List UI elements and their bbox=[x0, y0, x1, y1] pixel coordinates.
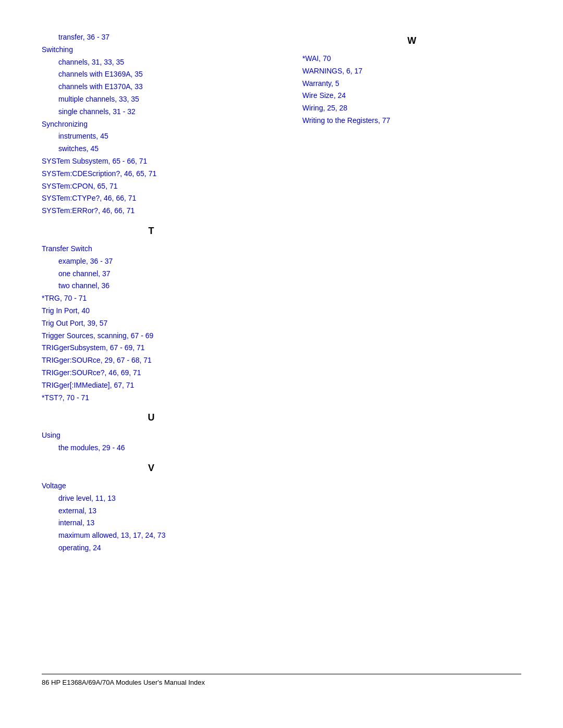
list-item: Voltage bbox=[42, 480, 261, 492]
list-item: Wiring, 25, 28 bbox=[302, 102, 521, 115]
list-item: SYSTem:CTYPe?, 46, 66, 71 bbox=[42, 192, 261, 205]
left-column: transfer, 36 - 37 Switching channels, 31… bbox=[42, 31, 282, 674]
u-heading: U bbox=[42, 412, 261, 423]
w-heading: W bbox=[302, 35, 521, 46]
list-item: TRIGger[:IMMediate], 67, 71 bbox=[42, 379, 261, 392]
list-item: Synchronizing bbox=[42, 118, 261, 131]
list-item: Wire Size, 24 bbox=[302, 90, 521, 102]
list-item: channels, 31, 33, 35 bbox=[42, 56, 261, 69]
list-item: two channel, 36 bbox=[42, 280, 261, 292]
right-column: W *WAI, 70 WARNINGS, 6, 17 Warranty, 5 W… bbox=[282, 31, 521, 674]
list-item: internal, 13 bbox=[42, 517, 261, 529]
list-item: Warranty, 5 bbox=[302, 78, 521, 90]
list-item: switches, 45 bbox=[42, 143, 261, 155]
list-item: SYSTem Subsystem, 65 - 66, 71 bbox=[42, 155, 261, 168]
list-item: external, 13 bbox=[42, 505, 261, 517]
list-item: example, 36 - 37 bbox=[42, 255, 261, 268]
list-item: channels with E1369A, 35 bbox=[42, 68, 261, 81]
list-item: instruments, 45 bbox=[42, 130, 261, 143]
t-heading: T bbox=[42, 226, 261, 237]
list-item: single channels, 31 - 32 bbox=[42, 106, 261, 118]
list-item: TRIGger:SOURce?, 46, 69, 71 bbox=[42, 367, 261, 379]
index-columns: transfer, 36 - 37 Switching channels, 31… bbox=[42, 31, 521, 674]
footer: 86 HP E1368A/69A/70A Modules User's Manu… bbox=[42, 674, 521, 686]
v-heading: V bbox=[42, 463, 261, 474]
list-item: multiple channels, 33, 35 bbox=[42, 93, 261, 106]
v-section: V Voltage drive level, 11, 13 external, … bbox=[42, 463, 261, 554]
list-item: *TRG, 70 - 71 bbox=[42, 292, 261, 305]
w-section: W *WAI, 70 WARNINGS, 6, 17 Warranty, 5 W… bbox=[302, 35, 521, 127]
list-item: drive level, 11, 13 bbox=[42, 492, 261, 505]
list-item: Writing to the Registers, 77 bbox=[302, 115, 521, 127]
list-item: TRIGger:SOURce, 29, 67 - 68, 71 bbox=[42, 354, 261, 367]
list-item: SYSTem:CPON, 65, 71 bbox=[42, 180, 261, 193]
list-item: Using bbox=[42, 429, 261, 442]
list-item: channels with E1370A, 33 bbox=[42, 81, 261, 93]
list-item: the modules, 29 - 46 bbox=[42, 442, 261, 454]
s-section: transfer, 36 - 37 Switching channels, 31… bbox=[42, 31, 261, 217]
list-item: Transfer Switch bbox=[42, 243, 261, 255]
list-item: Trig Out Port, 39, 57 bbox=[42, 317, 261, 330]
list-item: maximum allowed, 13, 17, 24, 73 bbox=[42, 529, 261, 542]
list-item: SYSTem:ERRor?, 46, 66, 71 bbox=[42, 205, 261, 217]
u-section: U Using the modules, 29 - 46 bbox=[42, 412, 261, 454]
list-item: Trigger Sources, scanning, 67 - 69 bbox=[42, 330, 261, 342]
list-item: *WAI, 70 bbox=[302, 53, 521, 65]
list-item: Switching bbox=[42, 44, 261, 56]
page: transfer, 36 - 37 Switching channels, 31… bbox=[0, 0, 563, 728]
list-item: TRIGgerSubsystem, 67 - 69, 71 bbox=[42, 342, 261, 354]
list-item: transfer, 36 - 37 bbox=[42, 31, 261, 44]
list-item: operating, 24 bbox=[42, 542, 261, 554]
list-item: one channel, 37 bbox=[42, 268, 261, 280]
t-section: T Transfer Switch example, 36 - 37 one c… bbox=[42, 226, 261, 404]
list-item: SYSTem:CDEScription?, 46, 65, 71 bbox=[42, 168, 261, 180]
footer-text: 86 HP E1368A/69A/70A Modules User's Manu… bbox=[42, 678, 205, 686]
list-item: WARNINGS, 6, 17 bbox=[302, 65, 521, 78]
list-item: *TST?, 70 - 71 bbox=[42, 392, 261, 404]
list-item: Trig In Port, 40 bbox=[42, 305, 261, 317]
